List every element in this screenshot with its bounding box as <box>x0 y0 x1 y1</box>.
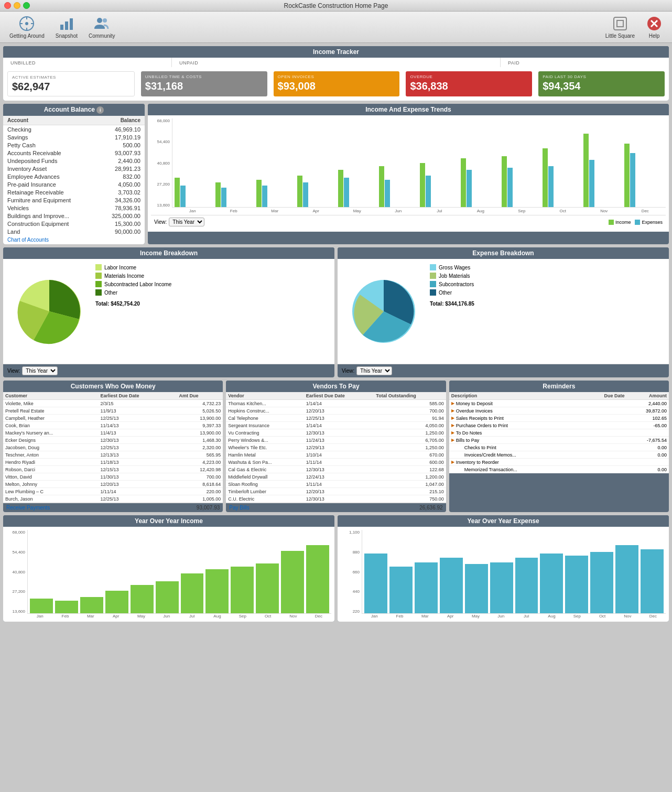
account-balance-row[interactable]: Undeposited Funds2,440.00 <box>3 157 145 165</box>
table-row[interactable]: Burch, Jason12/25/131,005.00 <box>3 495 223 503</box>
account-balance-row[interactable]: Buildings and Improve...325,000.00 <box>3 212 145 220</box>
table-row[interactable]: Wheeler's Tile Etc.12/29/131,250.00 <box>226 444 446 451</box>
table-row[interactable]: Robson, Darci12/15/1312,420.98 <box>3 466 223 473</box>
open-invoices-card[interactable]: OPEN INVOICES $93,008 <box>274 71 400 96</box>
account-balance-row[interactable]: Land90,000.00 <box>3 227 145 235</box>
account-balance-row[interactable]: Pre-paid Insurance4,050.00 <box>3 180 145 188</box>
account-balance-row[interactable]: Vehicles78,936.91 <box>3 204 145 212</box>
receive-payments-link[interactable]: Receive Payments <box>6 505 50 511</box>
account-balance-row[interactable]: Checking46,969.10 <box>3 125 145 133</box>
expense-view-select[interactable]: This Year <box>356 366 392 375</box>
table-row[interactable]: Vu Contracting12/30/131,250.00 <box>226 429 446 437</box>
account-balance-row[interactable]: Retainage Receivable3,703.02 <box>3 188 145 196</box>
yoy-income-bar <box>131 585 154 613</box>
trends-footer: View: This Year Income Expenses <box>151 215 666 229</box>
trends-view-select[interactable]: This Year <box>169 218 204 226</box>
table-row[interactable]: Campbell, Heather12/25/1313,900.00 <box>3 415 223 422</box>
yoy-income-bar <box>181 573 204 613</box>
table-row[interactable]: Melton, Johnny12/20/138,618.64 <box>3 481 223 488</box>
community-button[interactable]: Community <box>84 13 120 41</box>
legend-other-expense: Other <box>430 288 665 297</box>
account-balance-row[interactable]: Construction Equipment15,300.00 <box>3 220 145 227</box>
vendors-pay-body: Vendor Earliest Due Date Total Outstandi… <box>226 392 446 503</box>
account-balance-row[interactable]: Inventory Asset28,991.23 <box>3 165 145 172</box>
job-materials-label: Job Materials <box>439 273 470 279</box>
table-row[interactable]: Cook, Brian11/14/139,397.33 <box>3 422 223 429</box>
unbilled-time-card[interactable]: UNBILLED TIME & COSTS $31,168 <box>141 71 267 96</box>
table-row[interactable]: Hamlin Metal1/10/14670.00 <box>226 451 446 459</box>
yoy-income-month: Nov <box>280 614 306 619</box>
paid-last-30-card[interactable]: PAID LAST 30 DAYS $94,354 <box>538 71 665 96</box>
account-balance-row[interactable]: Savings17,910.19 <box>3 133 145 141</box>
income-breakdown-body: Labor Income Materials Income Subcontrac… <box>3 259 334 364</box>
yoy-expense-bars <box>362 530 666 614</box>
table-row[interactable]: Sloan Roofing1/11/141,047.00 <box>226 481 446 488</box>
table-row[interactable]: Vitton, David11/30/13700.00 <box>3 473 223 481</box>
table-row[interactable]: Middlefield Drywall12/24/131,200.00 <box>226 473 446 481</box>
expense-breakdown-body: Gross Wages Job Materials Subcontractors… <box>338 259 669 364</box>
minimize-button[interactable] <box>14 2 20 9</box>
customers-owe-header: Customers Who Owe Money <box>3 381 223 392</box>
yoy-expense-bar <box>540 554 563 613</box>
table-row[interactable]: Lew Plumbing – C1/11/14220.00 <box>3 488 223 495</box>
table-row[interactable]: Perry Windows &...11/24/136,705.00 <box>226 437 446 444</box>
expense-bar <box>589 160 594 207</box>
table-row[interactable]: Hendro Riyadi11/18/134,223.00 <box>3 459 223 466</box>
yoy-income-body: 68,000 54,400 40,800 27,200 13,600 JanFe… <box>3 527 334 622</box>
table-row[interactable]: Washuta & Son Pa...1/11/14600.00 <box>226 459 446 466</box>
chart-of-accounts-link[interactable]: Chart of Accounts <box>3 235 145 244</box>
little-square-button[interactable]: Little Square <box>601 13 639 41</box>
table-row[interactable]: Timberloft Lumber12/20/13215.10 <box>226 488 446 495</box>
snapshot-button[interactable]: Snapshot <box>51 13 82 41</box>
yoy-expense-bar <box>590 552 613 613</box>
other-expense-label: Other <box>439 290 452 296</box>
getting-around-button[interactable]: Getting Around <box>5 13 49 41</box>
info-icon[interactable]: i <box>96 106 104 114</box>
income-bar <box>583 134 589 207</box>
income-view-select[interactable]: This Year <box>22 366 58 375</box>
income-bar <box>420 163 425 207</box>
vendors-pay-footer: Pay Bills 26,636.92 <box>226 503 446 512</box>
yoy-row: Year Over Year Income 68,000 54,400 40,8… <box>3 515 669 622</box>
labor-income-color <box>95 264 102 270</box>
expense-bar <box>426 176 431 207</box>
subcontracted-income-label: Subcontracted Labor Income <box>104 281 171 287</box>
table-row[interactable]: Mackey's Nursery an...11/4/1313,900.00 <box>3 429 223 437</box>
table-row[interactable]: Hopkins Construc...12/20/13700.00 <box>226 407 446 415</box>
table-row[interactable]: Cal Telephone12/25/1391.94 <box>226 415 446 422</box>
yoy-expense-month: Feb <box>387 614 412 619</box>
table-row[interactable]: Teschner, Anton12/13/13565.95 <box>3 451 223 459</box>
table-row[interactable]: C.U. Electric12/30/13750.00 <box>226 495 446 503</box>
yoy-expense-bar <box>515 558 538 613</box>
trends-month-labels: JanFebMarAprMayJunJulAugSepOctNovDec <box>172 209 666 213</box>
table-row[interactable]: Ecker Designs12/30/131,468.30 <box>3 437 223 444</box>
expense-bar <box>630 153 635 207</box>
account-balance-row[interactable]: Employee Advances832.00 <box>3 172 145 180</box>
table-row[interactable]: Violette, Mike2/3/154,732.23 <box>3 400 223 407</box>
income-bar <box>461 158 466 207</box>
account-balance-row[interactable]: Furniture and Equipment34,326.00 <box>3 196 145 204</box>
table-row[interactable]: Thomas Kitchen...1/14/14585.00 <box>226 400 446 407</box>
maximize-button[interactable] <box>23 2 30 9</box>
bar-group <box>256 180 296 207</box>
paid-last-30-label: PAID LAST 30 DAYS <box>543 74 660 79</box>
pay-bills-link[interactable]: Pay Bills <box>229 505 249 511</box>
legend-subcontracted-income: Subcontracted Labor Income <box>95 280 330 288</box>
svg-rect-11 <box>614 17 626 30</box>
table-row[interactable]: Jacobsen, Doug12/25/132,320.00 <box>3 444 223 451</box>
close-button[interactable] <box>4 2 11 9</box>
help-button[interactable]: Help <box>642 13 667 41</box>
customers-owe-body: Customer Earliest Due Date Amt Due Viole… <box>3 392 223 503</box>
expense-bar <box>548 166 554 207</box>
table-row[interactable]: Pretell Real Estate11/9/135,026.50 <box>3 407 223 415</box>
account-balance-row[interactable]: Accounts Receivable93,007.93 <box>3 149 145 157</box>
gross-wages-label: Gross Wages <box>439 265 470 270</box>
table-row[interactable]: Cal Gas & Electric12/30/13122.68 <box>226 466 446 473</box>
toolbar-left: Getting Around Snapshot Community <box>5 13 120 41</box>
overdue-card[interactable]: OVERDUE $36,838 <box>406 71 532 96</box>
yoy-expense-bar <box>364 554 387 613</box>
customers-owe-footer: Receive Payments 93,007.93 <box>3 503 223 512</box>
account-balance-row[interactable]: Petty Cash500.00 <box>3 141 145 149</box>
active-estimates-card[interactable]: ACTIVE ESTIMATES $62,947 <box>7 71 135 96</box>
table-row[interactable]: Sergeant Insurance1/14/144,050.00 <box>226 422 446 429</box>
